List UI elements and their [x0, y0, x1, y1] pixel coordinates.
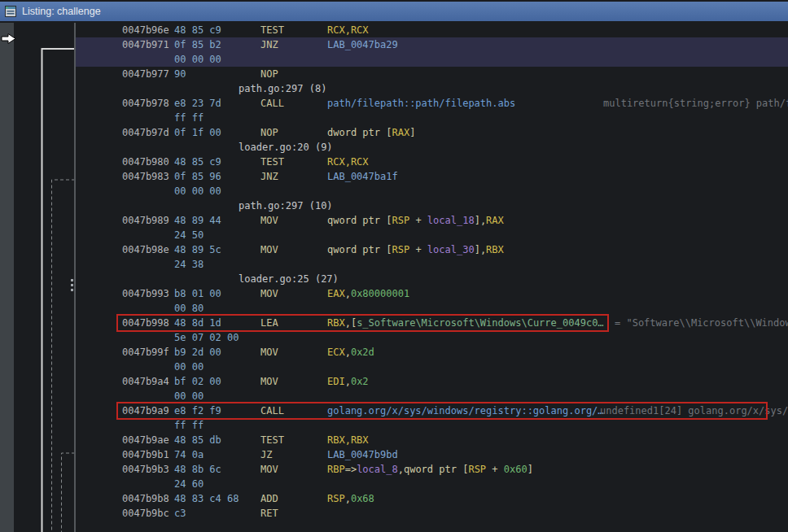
listing-pane[interactable]: 0047b96e48 85 c9TESTRCX,RCX0047b9710f 85… [76, 23, 788, 532]
bytes-field[interactable]: e8 f2 f9 [174, 403, 221, 418]
operand-token[interactable]: qword ptr [ [327, 215, 392, 226]
operand-token[interactable]: , [345, 376, 351, 387]
bytes-field[interactable]: 00 00 [174, 389, 204, 403]
source-line-comment[interactable]: loader.go:25 (27) [239, 272, 339, 286]
operand-token[interactable]: RSP [392, 215, 409, 226]
operand-token[interactable]: path/filepath::path/filepath.abs [327, 98, 515, 109]
operands-field[interactable]: ECX,0x2d [327, 345, 374, 360]
mnemonic-field[interactable]: MOV [260, 286, 278, 301]
bytes-field[interactable]: 0f 85 b2 [174, 37, 221, 52]
listing-row[interactable]: 00 00 [76, 389, 788, 403]
source-line-comment[interactable]: path.go:297 (10) [239, 198, 333, 213]
address-field[interactable]: 0047b97d [122, 125, 169, 140]
operand-token[interactable]: , [345, 493, 351, 504]
listing-row[interactable]: loader.go:20 (9) [76, 140, 788, 155]
mnemonic-field[interactable]: MOV [260, 462, 278, 477]
source-line-comment[interactable]: loader.go:20 (9) [239, 140, 333, 155]
listing-row[interactable]: 00 00 [76, 360, 788, 374]
operands-field[interactable]: qword ptr [RSP + local_18],RAX [327, 213, 504, 228]
operand-token[interactable]: RCX,RCX [327, 156, 369, 168]
bytes-field[interactable]: 48 8d 1d [174, 316, 221, 330]
address-field[interactable]: 0047b9bc [122, 506, 169, 521]
bytes-field[interactable]: 74 0a [174, 447, 204, 462]
mnemonic-field[interactable]: JNZ [260, 37, 278, 52]
listing-row[interactable]: 0047b9830f 85 96JNZLAB_0047ba1f [76, 169, 788, 184]
mnemonic-field[interactable]: ADD [260, 491, 278, 506]
operand-token[interactable]: 0x68 [351, 493, 374, 504]
bytes-field[interactable]: ff ff [174, 111, 204, 125]
listing-row[interactable]: loader.go:25 (27) [76, 272, 788, 286]
operand-token[interactable]: RAX [486, 215, 504, 226]
address-field[interactable]: 0047b977 [122, 67, 169, 81]
bytes-field[interactable]: 00 00 00 [174, 52, 221, 67]
listing-row[interactable]: 24 50 [76, 228, 788, 242]
listing-row[interactable]: ff ff [76, 418, 788, 433]
bytes-field[interactable]: 0f 85 96 [174, 169, 221, 184]
mnemonic-field[interactable]: JNZ [260, 169, 278, 184]
bytes-field[interactable]: b9 2d 00 [174, 345, 221, 360]
mnemonic-field[interactable]: TEST [260, 433, 284, 447]
bytes-field[interactable]: b8 01 00 [174, 286, 221, 301]
operands-field[interactable]: dword ptr [RAX] [327, 125, 415, 140]
listing-row[interactable]: 00 00 00 [76, 52, 788, 67]
operand-token[interactable]: RBP [327, 464, 345, 475]
bytes-field[interactable]: e8 23 7d [174, 96, 221, 111]
operand-token[interactable]: EDI [327, 376, 345, 387]
bytes-field[interactable]: 48 85 c9 [174, 155, 221, 169]
operand-token[interactable]: qword ptr [ [327, 244, 392, 255]
mnemonic-field[interactable]: MOV [260, 242, 278, 257]
address-field[interactable]: 0047b998 [122, 316, 169, 330]
operands-field[interactable]: path/filepath::path/filepath.abs [327, 96, 515, 111]
operands-field[interactable]: EAX,0x80000001 [327, 286, 409, 301]
mnemonic-field[interactable]: JZ [260, 447, 272, 462]
listing-row[interactable]: 0047b9bcc3RET [76, 506, 788, 521]
margin-splitter[interactable] [74, 23, 76, 532]
operand-token[interactable]: ] [409, 127, 415, 138]
bytes-field[interactable]: c3 [174, 506, 186, 521]
listing-row[interactable]: 0047b9ae48 85 dbTESTRBX,RBX [76, 433, 788, 447]
operand-token[interactable]: + [486, 464, 504, 475]
operands-field[interactable]: golang.org/x/sys/windows/registry::golan… [327, 403, 604, 418]
operand-token[interactable]: ECX [327, 347, 345, 358]
operands-field[interactable]: RSP,0x68 [327, 491, 374, 506]
mnemonic-field[interactable]: NOP [260, 67, 278, 81]
source-line-comment[interactable]: path.go:297 (8) [239, 81, 326, 96]
operand-token[interactable]: , [345, 288, 351, 299]
address-field[interactable]: 0047b9b3 [122, 462, 169, 477]
bytes-field[interactable]: 0f 1f 00 [174, 125, 221, 140]
bytes-field[interactable]: 00 00 00 [174, 184, 221, 198]
address-field[interactable]: 0047b9b8 [122, 491, 169, 506]
bytes-field[interactable]: 48 89 44 [174, 213, 221, 228]
mnemonic-field[interactable]: MOV [260, 374, 278, 389]
operand-token[interactable]: ] [528, 464, 533, 475]
address-field[interactable]: 0047b9b1 [122, 447, 169, 462]
bytes-field[interactable]: 48 83 c4 68 [174, 491, 239, 506]
listing-row[interactable]: 0047b98948 89 44MOVqword ptr [RSP + loca… [76, 213, 788, 228]
address-field[interactable]: 0047b99f [122, 345, 169, 360]
address-field[interactable]: 0047b983 [122, 169, 169, 184]
mnemonic-field[interactable]: MOV [260, 213, 278, 228]
listing-row[interactable]: 0047b97d0f 1f 00NOPdword ptr [RAX] [76, 125, 788, 140]
listing-row[interactable]: 0047b98048 85 c9TESTRCX,RCX [76, 155, 788, 169]
listing-row[interactable]: path.go:297 (8) [76, 81, 788, 96]
listing-row[interactable]: 00 00 00 [76, 184, 788, 198]
operands-field[interactable]: RCX,RCX [327, 155, 369, 169]
operand-token[interactable]: 0x2 [351, 376, 369, 387]
bytes-field[interactable]: 48 85 db [174, 433, 221, 447]
operand-token[interactable]: LAB_0047ba1f [327, 171, 398, 182]
mnemonic-field[interactable]: MOV [260, 345, 278, 360]
operand-token[interactable]: RBX [327, 317, 345, 329]
address-field[interactable]: 0047b978 [122, 96, 169, 111]
operand-token[interactable]: golang.org/x/sys/windows/registry::golan… [327, 405, 604, 416]
listing-row[interactable]: ff ff [76, 111, 788, 125]
operand-token[interactable]: local_8 [357, 464, 398, 475]
mnemonic-field[interactable]: TEST [260, 23, 284, 37]
mnemonic-field[interactable]: NOP [260, 125, 278, 140]
operands-field[interactable]: RBX,RBX [327, 433, 369, 447]
bytes-field[interactable]: 48 85 c9 [174, 23, 221, 37]
bytes-field[interactable]: 5e 07 02 00 [174, 330, 239, 345]
window-title-bar[interactable]: Listing: challenge [0, 2, 788, 21]
operands-field[interactable]: RBP=>local_8,qword ptr [RSP + 0x60] [327, 462, 533, 477]
bytes-field[interactable]: 00 00 [174, 360, 204, 374]
address-field[interactable]: 0047b989 [122, 213, 169, 228]
